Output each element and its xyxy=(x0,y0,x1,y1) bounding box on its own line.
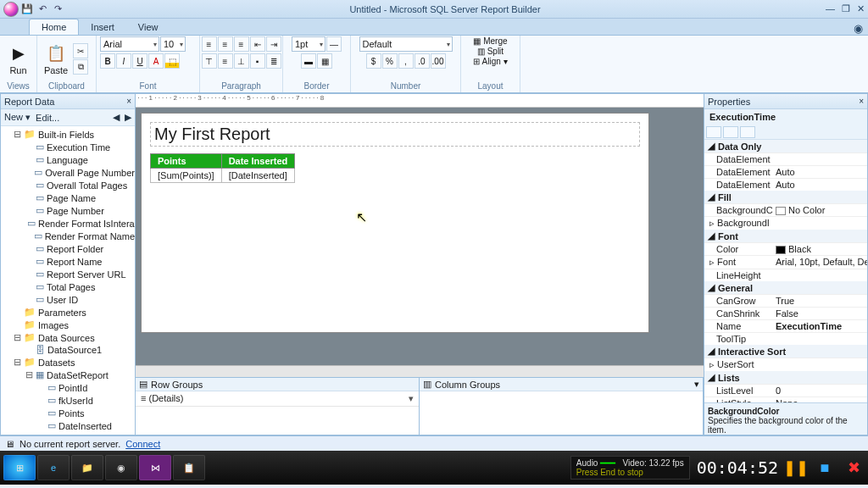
valign-top-button[interactable]: ⊤ xyxy=(202,53,217,69)
tree-field[interactable]: User ID xyxy=(47,295,78,305)
app-orb[interactable] xyxy=(3,2,19,17)
start-button[interactable]: ⊞ xyxy=(3,455,36,480)
border-width-select[interactable]: 1pt xyxy=(292,36,326,52)
cell-sum-points[interactable]: [Sum(Points)] xyxy=(151,169,222,183)
tree-field[interactable]: Execution Time xyxy=(47,142,110,152)
dec-inc-button[interactable]: .0 xyxy=(415,53,430,69)
tree-field[interactable]: Render Format IsInteractive xyxy=(38,219,135,229)
numbering-button[interactable]: ≣ xyxy=(266,53,281,69)
italic-button[interactable]: I xyxy=(116,53,131,69)
node-datasource1[interactable]: DataSource1 xyxy=(47,345,102,355)
node-datasetreport[interactable]: DataSetReport xyxy=(47,370,108,380)
border-color-button[interactable]: ▬ xyxy=(301,53,316,69)
col-date-inserted[interactable]: Date Inserted xyxy=(221,154,295,169)
tree-field[interactable]: Overall Total Pages xyxy=(47,180,127,191)
close-pane-icon[interactable]: × xyxy=(126,97,131,106)
stop-button[interactable]: ■ xyxy=(814,457,836,479)
edit-button[interactable]: Edit... xyxy=(36,113,59,123)
align-left-button[interactable]: ≡ xyxy=(202,36,217,52)
tree-field[interactable]: Report Name xyxy=(47,257,102,267)
tab-home[interactable]: Home xyxy=(29,19,79,35)
percent-button[interactable]: % xyxy=(382,53,398,69)
border-style-button[interactable]: — xyxy=(326,36,342,52)
save-icon[interactable]: 💾 xyxy=(20,3,34,16)
tree-field[interactable]: Report Folder xyxy=(47,244,103,254)
node-images[interactable]: Images xyxy=(38,320,69,330)
outdent-button[interactable]: ⇤ xyxy=(250,36,265,52)
tree-field[interactable]: DateInserted xyxy=(58,421,112,431)
alphabetical-button[interactable] xyxy=(723,126,738,138)
explorer-icon[interactable]: 📁 xyxy=(71,455,103,480)
tree-field[interactable]: Total Pages xyxy=(47,282,95,292)
copy-icon[interactable]: ⧉ xyxy=(73,59,88,75)
valign-bot-button[interactable]: ⊥ xyxy=(234,53,249,69)
close-pane-icon[interactable]: × xyxy=(859,97,864,106)
maximize-icon[interactable]: ❐ xyxy=(842,3,850,14)
tree-field[interactable]: Page Name xyxy=(47,193,96,203)
tree-field[interactable]: Report Server URL xyxy=(47,269,126,280)
bullets-button[interactable]: ▪ xyxy=(250,53,265,69)
number-format-select[interactable]: Default xyxy=(359,36,453,52)
undo-icon[interactable]: ↶ xyxy=(36,3,49,16)
valign-mid-button[interactable]: ≡ xyxy=(218,53,233,69)
ie-icon[interactable]: e xyxy=(37,455,70,480)
property-grid[interactable]: ◢Data Only DataElement DataElementAuto D… xyxy=(704,140,867,402)
col-points[interactable]: Points xyxy=(151,154,222,169)
horizontal-scrollbar[interactable] xyxy=(136,365,704,377)
chevron-down-icon[interactable]: ▾ xyxy=(409,393,414,404)
tree-field[interactable]: Points xyxy=(58,408,85,419)
visualstudio-icon[interactable]: ⋈ xyxy=(139,455,171,480)
currency-button[interactable]: $ xyxy=(366,53,381,69)
node-builtin-fields[interactable]: Built-in Fields xyxy=(38,130,94,140)
node-parameters[interactable]: Parameters xyxy=(38,308,86,318)
close-icon[interactable]: ✕ xyxy=(857,3,865,14)
tree-field[interactable]: Overall Page Number xyxy=(45,168,135,178)
node-data-sources[interactable]: Data Sources xyxy=(38,333,95,343)
connect-link[interactable]: Connect xyxy=(125,439,160,449)
cancel-rec-button[interactable]: ✖ xyxy=(843,457,865,479)
nav-back-icon[interactable]: ◀ xyxy=(113,112,120,123)
help-icon[interactable]: ◉ xyxy=(854,22,863,35)
font-family-select[interactable]: Arial xyxy=(100,36,159,52)
chrome-icon[interactable]: ◉ xyxy=(105,455,137,480)
tab-view[interactable]: View xyxy=(126,19,170,35)
underline-button[interactable]: U xyxy=(132,53,147,69)
property-pages-button[interactable] xyxy=(740,126,755,138)
cut-icon[interactable]: ✂ xyxy=(73,43,88,58)
indent-button[interactable]: ⇥ xyxy=(266,36,281,52)
report-page[interactable]: My First Report PointsDate Inserted [Sum… xyxy=(141,113,649,333)
node-datasets[interactable]: Datasets xyxy=(38,358,75,368)
bold-button[interactable]: B xyxy=(100,53,115,69)
details-group[interactable]: ≡ (Details)▾ xyxy=(136,391,419,407)
tree-field[interactable]: PointId xyxy=(58,383,87,393)
tree-field[interactable]: Page Number xyxy=(47,206,104,216)
run-button[interactable]: ▶Run xyxy=(3,37,33,81)
report-data-tree[interactable]: ⊟📁Built-in Fields ▭Execution Time▭Langua… xyxy=(1,126,135,435)
cell-date-inserted[interactable]: [DateInserted] xyxy=(221,169,295,183)
report-title-textbox[interactable]: My First Report xyxy=(150,122,640,147)
minimize-icon[interactable]: — xyxy=(826,3,835,14)
canvas[interactable]: My First Report PointsDate Inserted [Sum… xyxy=(136,108,704,365)
align-center-button[interactable]: ≡ xyxy=(218,36,233,52)
report-table[interactable]: PointsDate Inserted [Sum(Points)][DateIn… xyxy=(150,153,295,183)
tree-field[interactable]: Render Format Name xyxy=(45,231,135,241)
pause-button[interactable]: ❚❚ xyxy=(785,457,807,479)
align-button[interactable]: ⊞ Align ▾ xyxy=(473,57,507,66)
tree-field[interactable]: Language xyxy=(47,155,88,165)
categorized-button[interactable] xyxy=(706,126,721,138)
paste-button[interactable]: 📋Paste xyxy=(41,37,71,81)
new-button[interactable]: New ▾ xyxy=(4,112,31,123)
font-color-button[interactable]: A xyxy=(148,53,164,69)
tab-insert[interactable]: Insert xyxy=(79,19,126,35)
dec-dec-button[interactable]: .00 xyxy=(431,53,446,69)
tree-field[interactable]: fkUserId xyxy=(58,396,93,406)
borders-button[interactable]: ▦ xyxy=(317,53,332,69)
merge-button[interactable]: ▦ Merge xyxy=(473,36,507,46)
fill-color-button[interactable]: ⬚ xyxy=(164,53,180,69)
comma-button[interactable]: , xyxy=(398,53,414,69)
font-size-select[interactable]: 10 xyxy=(160,36,186,52)
reportbuilder-icon[interactable]: 📋 xyxy=(173,455,205,480)
redo-icon[interactable]: ↷ xyxy=(51,3,64,16)
nav-fwd-icon[interactable]: ▶ xyxy=(125,112,131,123)
align-right-button[interactable]: ≡ xyxy=(234,36,249,52)
